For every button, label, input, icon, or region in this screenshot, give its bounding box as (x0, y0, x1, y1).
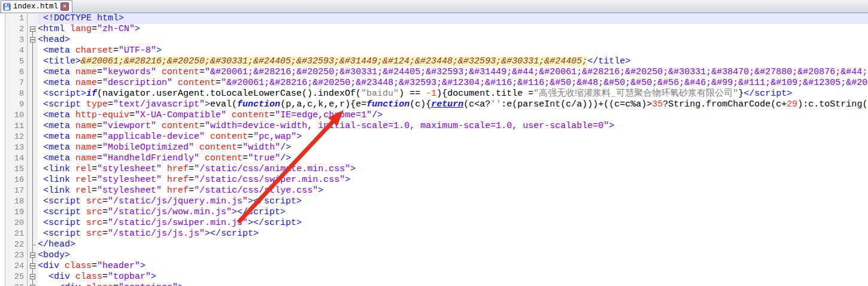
bookmark-margin[interactable] (0, 132, 5, 142)
code-editor[interactable]: 1 <!DOCTYPE html>2<html lang="zh-CN">3<h… (0, 13, 868, 286)
bookmark-margin[interactable] (0, 99, 5, 110)
code-line[interactable]: 1 <!DOCTYPE html> (0, 13, 868, 24)
fold-margin (27, 239, 38, 250)
line-number: 24 (5, 261, 27, 272)
bookmark-margin[interactable] (0, 24, 5, 35)
bookmark-margin[interactable] (0, 261, 5, 272)
code-line[interactable]: 25 <div class="topbar"> (0, 272, 868, 282)
code-text: <meta name="description" content="&#2006… (38, 78, 868, 89)
code-line[interactable]: 17 <link rel="stylesheet" href="/static/… (0, 185, 868, 196)
fold-margin (27, 78, 38, 89)
line-number: 7 (5, 78, 27, 89)
code-line[interactable]: 15 <link rel="stylesheet" href="/static/… (0, 164, 868, 175)
code-line[interactable]: 23<body> (0, 250, 868, 261)
code-text: <div class="topbar"> (38, 272, 868, 282)
fold-margin (27, 67, 38, 78)
bookmark-margin[interactable] (0, 78, 5, 89)
line-number: 19 (5, 207, 27, 218)
line-number: 17 (5, 185, 27, 196)
fold-margin (27, 142, 38, 153)
code-text: <script type="text/javascript">eval(func… (38, 99, 868, 110)
fold-margin (27, 24, 38, 35)
line-number: 11 (5, 121, 27, 132)
bookmark-margin[interactable] (0, 121, 5, 132)
code-text: <script src="/static/js/wow.min.js"></sc… (38, 207, 868, 218)
code-line[interactable]: 22</head> (0, 239, 868, 250)
line-number: 23 (5, 250, 27, 261)
line-number: 20 (5, 218, 27, 229)
code-line[interactable]: 2<html lang="zh-CN"> (0, 24, 868, 35)
bookmark-margin[interactable] (0, 185, 5, 196)
bookmark-margin[interactable] (0, 13, 5, 24)
bookmark-margin[interactable] (0, 142, 5, 153)
code-line[interactable]: 21 <script src="/static/js/js.js"></scri… (0, 229, 868, 239)
code-line[interactable]: 16 <link rel="stylesheet" href="/static/… (0, 175, 868, 185)
line-number: 1 (5, 13, 27, 24)
code-text: <head> (38, 35, 868, 45)
bookmark-margin[interactable] (0, 45, 5, 56)
fold-toggle-icon[interactable] (30, 252, 35, 258)
code-line[interactable]: 9 <script type="text/javascript">eval(fu… (0, 99, 868, 110)
bookmark-margin[interactable] (0, 110, 5, 121)
line-number: 26 (5, 282, 27, 286)
code-line[interactable]: 5 <title>&#20061;&#28216;&#20250;&#30331… (0, 56, 868, 67)
bookmark-margin[interactable] (0, 229, 5, 239)
tab-close-icon[interactable]: ✕ (60, 2, 69, 11)
code-line[interactable]: 7 <meta name="description" content="&#20… (0, 78, 868, 89)
bookmark-margin[interactable] (0, 67, 5, 78)
fold-margin (27, 250, 38, 261)
line-number: 25 (5, 272, 27, 282)
bookmark-margin[interactable] (0, 175, 5, 185)
code-line[interactable]: 10 <meta http-equiv="X-UA-Compatible" co… (0, 110, 868, 121)
fold-margin (27, 45, 38, 56)
fold-margin (27, 110, 38, 121)
code-line[interactable]: 14 <meta name="HandheldFriendly" content… (0, 153, 868, 164)
fold-margin (27, 121, 38, 132)
code-text: <link rel="stylesheet" href="/static/css… (38, 185, 868, 196)
code-line[interactable]: 24<div class="header"> (0, 261, 868, 272)
code-line[interactable]: 8 <script>if(navigator.userAgent.toLocal… (0, 89, 868, 99)
line-number: 14 (5, 153, 27, 164)
code-text: <script>if(navigator.userAgent.toLocaleL… (38, 89, 868, 99)
code-text: <script src="/static/js/swiper.min.js"><… (38, 218, 868, 229)
code-text: <meta name="viewport" content="width=dev… (38, 121, 868, 132)
code-text: <meta charset="UTF-8"> (38, 45, 868, 56)
bookmark-margin[interactable] (0, 207, 5, 218)
bookmark-margin[interactable] (0, 56, 5, 67)
fold-toggle-icon[interactable] (30, 263, 35, 269)
code-line[interactable]: 11 <meta name="viewport" content="width=… (0, 121, 868, 132)
fold-margin (27, 132, 38, 142)
bookmark-margin[interactable] (0, 35, 5, 45)
bookmark-margin[interactable] (0, 164, 5, 175)
code-line[interactable]: 6 <meta name="keywords" content="&#20061… (0, 67, 868, 78)
fold-margin (27, 164, 38, 175)
fold-toggle-icon[interactable] (30, 274, 35, 279)
line-number: 15 (5, 164, 27, 175)
code-line[interactable]: 26 <div class="container"> (0, 282, 868, 286)
code-line[interactable]: 19 <script src="/static/js/wow.min.js"><… (0, 207, 868, 218)
bookmark-margin[interactable] (0, 250, 5, 261)
line-number: 22 (5, 239, 27, 250)
code-line[interactable]: 20 <script src="/static/js/swiper.min.js… (0, 218, 868, 229)
line-number: 12 (5, 132, 27, 142)
bookmark-margin[interactable] (0, 153, 5, 164)
code-line[interactable]: 18 <script src="/static/js/jquery.min.js… (0, 196, 868, 207)
tab-index-html[interactable]: index.html ✕ (1, 0, 72, 13)
code-line[interactable]: 13 <meta name="MobileOptimized" content=… (0, 142, 868, 153)
fold-margin (27, 89, 38, 99)
tab-bar: index.html ✕ (0, 0, 868, 13)
bookmark-margin[interactable] (0, 218, 5, 229)
bookmark-margin[interactable] (0, 272, 5, 282)
code-line[interactable]: 3<head> (0, 35, 868, 45)
code-line[interactable]: 12 <meta name="applicable-device" conten… (0, 132, 868, 142)
bookmark-margin[interactable] (0, 196, 5, 207)
fold-toggle-icon[interactable] (30, 37, 35, 42)
line-number: 5 (5, 56, 27, 67)
bookmark-margin[interactable] (0, 282, 5, 286)
line-number: 8 (5, 89, 27, 99)
code-text: <body> (38, 250, 868, 261)
fold-toggle-icon[interactable] (30, 26, 35, 32)
bookmark-margin[interactable] (0, 239, 5, 250)
bookmark-margin[interactable] (0, 89, 5, 99)
code-line[interactable]: 4 <meta charset="UTF-8"> (0, 45, 868, 56)
